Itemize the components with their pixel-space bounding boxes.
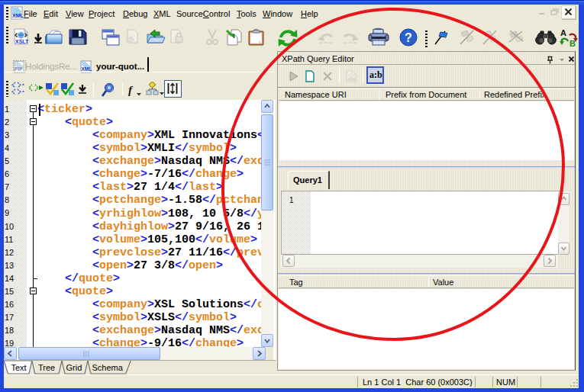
svg-text:Tree: Tree xyxy=(38,363,55,372)
svg-text:XML: XML xyxy=(347,77,357,82)
svg-text:Grid: Grid xyxy=(66,363,82,372)
svg-text:Schema: Schema xyxy=(92,363,124,372)
svg-text:XML: XML xyxy=(12,13,24,18)
svg-text:?: ? xyxy=(405,31,412,44)
svg-text:XML: XML xyxy=(82,66,92,72)
svg-text:Text: Text xyxy=(11,363,27,372)
svg-text:PIP: PIP xyxy=(15,66,23,72)
svg-text:f: f xyxy=(128,84,134,96)
svg-text:XSLT: XSLT xyxy=(15,39,29,44)
svg-text:A: A xyxy=(560,28,566,37)
